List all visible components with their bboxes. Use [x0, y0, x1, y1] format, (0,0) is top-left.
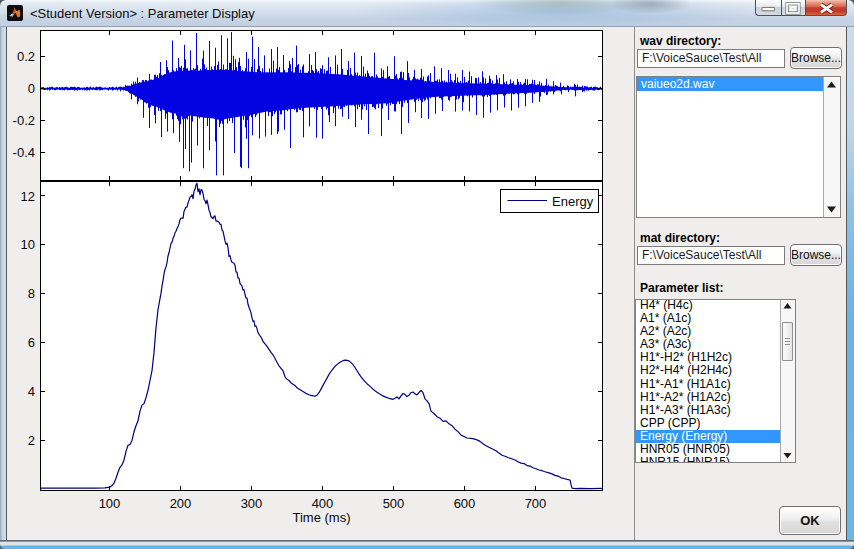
svg-text:0: 0 [28, 81, 35, 96]
svg-text:600: 600 [454, 496, 476, 511]
svg-text:Energy: Energy [552, 194, 594, 209]
svg-text:6: 6 [28, 335, 35, 350]
svg-text:500: 500 [383, 496, 405, 511]
svg-text:-0.2: -0.2 [13, 113, 35, 128]
svg-text:2: 2 [28, 433, 35, 448]
svg-text:300: 300 [241, 496, 263, 511]
svg-text:100: 100 [99, 496, 121, 511]
svg-text:4: 4 [28, 384, 35, 399]
svg-text:0.2: 0.2 [17, 49, 35, 64]
svg-text:700: 700 [525, 496, 547, 511]
svg-text:200: 200 [170, 496, 192, 511]
svg-text:-0.4: -0.4 [13, 145, 35, 160]
svg-text:12: 12 [21, 189, 35, 204]
svg-text:10: 10 [21, 237, 35, 252]
svg-text:400: 400 [312, 496, 334, 511]
svg-text:8: 8 [28, 286, 35, 301]
svg-text:Time (ms): Time (ms) [292, 510, 350, 525]
